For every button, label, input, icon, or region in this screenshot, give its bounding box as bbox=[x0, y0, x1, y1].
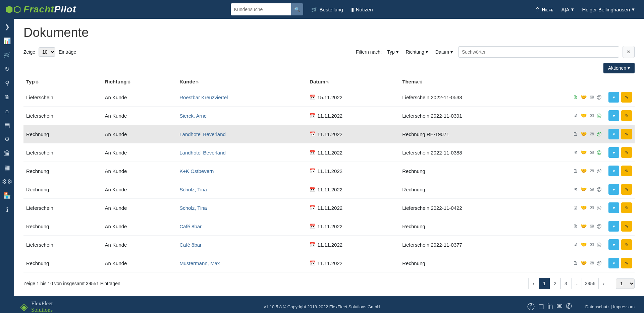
document-icon[interactable]: 🗎 bbox=[2, 92, 12, 102]
page-size-select[interactable]: 10 bbox=[39, 47, 55, 57]
row-edit-button[interactable]: ✎ bbox=[621, 221, 632, 232]
refresh-icon[interactable]: ↻ bbox=[2, 64, 12, 74]
envelope-icon[interactable]: ✉ bbox=[590, 186, 594, 192]
order-link[interactable]: 🛒Bestellung bbox=[307, 4, 347, 15]
row-dropdown-button[interactable]: ▾ bbox=[608, 239, 619, 250]
expand-icon[interactable]: ❯ bbox=[2, 22, 12, 32]
col-date[interactable]: Datum⇅ bbox=[307, 75, 399, 88]
help-link[interactable]: ⇧Hilfe bbox=[531, 4, 557, 15]
cart-icon[interactable]: 🛒 bbox=[2, 50, 12, 60]
at-icon[interactable]: @ bbox=[597, 260, 602, 266]
handshake-icon[interactable]: 🤝 bbox=[581, 205, 587, 211]
handshake-icon[interactable]: 🤝 bbox=[581, 260, 587, 266]
row-dropdown-button[interactable]: ▾ bbox=[608, 92, 619, 103]
actions-dropdown[interactable]: Aktionen ▾ bbox=[603, 63, 635, 73]
download-icon[interactable]: 🗎 bbox=[573, 149, 578, 155]
privacy-link[interactable]: Datenschutz bbox=[585, 304, 609, 309]
download-icon[interactable]: 🗎 bbox=[573, 205, 578, 211]
user-menu[interactable]: Holger Bellinghausen ▾ bbox=[578, 4, 639, 15]
shop-icon[interactable]: 🏪 bbox=[2, 191, 12, 200]
envelope-icon[interactable]: ✉ bbox=[590, 113, 594, 119]
col-type[interactable]: Typ⇅ bbox=[23, 75, 102, 88]
chart-icon[interactable]: 📊 bbox=[2, 36, 12, 46]
customer-link[interactable]: Café 8bar bbox=[179, 242, 202, 248]
at-icon[interactable]: @ bbox=[597, 149, 602, 155]
customer-link[interactable]: Scholz, Tina bbox=[179, 205, 207, 211]
page-link[interactable]: 3 bbox=[560, 278, 571, 289]
mail-icon[interactable]: ✉ bbox=[556, 302, 562, 312]
gears-icon[interactable]: ⚙⚙ bbox=[2, 177, 12, 186]
page-jump-select[interactable]: 1 bbox=[616, 278, 635, 289]
at-icon[interactable]: @ bbox=[597, 186, 602, 192]
customer-link[interactable]: Landhotel Beverland bbox=[179, 150, 226, 155]
page-link[interactable]: 2 bbox=[550, 278, 560, 289]
handshake-icon[interactable]: 🤝 bbox=[581, 149, 587, 155]
page-next[interactable]: › bbox=[598, 278, 609, 289]
download-icon[interactable]: 🗎 bbox=[573, 113, 578, 119]
customer-link[interactable]: Sierck, Arne bbox=[179, 113, 207, 119]
handshake-icon[interactable]: 🤝 bbox=[581, 94, 587, 100]
instagram-icon[interactable]: ◻ bbox=[538, 302, 544, 312]
row-edit-button[interactable]: ✎ bbox=[621, 92, 632, 103]
envelope-icon[interactable]: ✉ bbox=[590, 149, 594, 155]
envelope-icon[interactable]: ✉ bbox=[590, 205, 594, 211]
calendar-icon[interactable]: ▤ bbox=[2, 121, 12, 130]
filter-direction[interactable]: Richtung ▾ bbox=[404, 48, 430, 56]
language-toggle[interactable]: A|A ▾ bbox=[557, 4, 578, 15]
envelope-icon[interactable]: ✉ bbox=[590, 168, 594, 174]
at-icon[interactable]: @ bbox=[597, 242, 602, 248]
row-edit-button[interactable]: ✎ bbox=[621, 110, 632, 121]
customer-link[interactable]: K+K Ostbevern bbox=[179, 168, 214, 174]
row-dropdown-button[interactable]: ▾ bbox=[608, 184, 619, 195]
download-icon[interactable]: 🗎 bbox=[573, 186, 578, 192]
at-icon[interactable]: @ bbox=[597, 94, 602, 100]
row-dropdown-button[interactable]: ▾ bbox=[608, 110, 619, 121]
row-dropdown-button[interactable]: ▾ bbox=[608, 221, 619, 232]
download-icon[interactable]: 🗎 bbox=[573, 131, 578, 137]
row-dropdown-button[interactable]: ▾ bbox=[608, 258, 619, 268]
row-dropdown-button[interactable]: ▾ bbox=[608, 166, 619, 176]
gear-icon[interactable]: ⚙ bbox=[2, 135, 12, 144]
col-direction[interactable]: Richtung⇅ bbox=[102, 75, 177, 88]
envelope-icon[interactable]: ✉ bbox=[590, 94, 594, 100]
handshake-icon[interactable]: 🤝 bbox=[581, 242, 587, 248]
handshake-icon[interactable]: 🤝 bbox=[581, 131, 587, 137]
page-link[interactable]: 1 bbox=[539, 278, 550, 289]
envelope-icon[interactable]: ✉ bbox=[590, 260, 594, 266]
page-link[interactable]: 3956 bbox=[582, 278, 598, 289]
download-icon[interactable]: 🗎 bbox=[573, 242, 578, 248]
linkedin-icon[interactable]: in bbox=[547, 302, 553, 312]
home-icon[interactable]: ⌂ bbox=[2, 107, 12, 116]
route-icon[interactable]: ⚲ bbox=[2, 78, 12, 88]
at-icon[interactable]: @ bbox=[597, 205, 602, 211]
at-icon[interactable]: @ bbox=[597, 223, 602, 229]
customer-link[interactable]: Café 8bar bbox=[179, 224, 202, 229]
at-icon[interactable]: @ bbox=[597, 168, 602, 174]
search-button[interactable]: 🔍 bbox=[291, 3, 303, 15]
phone-icon[interactable]: ✆ bbox=[566, 302, 572, 312]
filter-type[interactable]: Typ ▾ bbox=[385, 48, 400, 56]
notes-link[interactable]: ▮Notizen bbox=[347, 4, 377, 15]
row-edit-button[interactable]: ✎ bbox=[621, 258, 632, 268]
info-icon[interactable]: ℹ bbox=[2, 205, 12, 214]
row-edit-button[interactable]: ✎ bbox=[621, 239, 632, 250]
col-subject[interactable]: Thema⇅ bbox=[399, 75, 557, 88]
envelope-icon[interactable]: ✉ bbox=[590, 131, 594, 137]
handshake-icon[interactable]: 🤝 bbox=[581, 186, 587, 192]
envelope-icon[interactable]: ✉ bbox=[590, 242, 594, 248]
download-icon[interactable]: 🗎 bbox=[573, 260, 578, 266]
row-edit-button[interactable]: ✎ bbox=[621, 166, 632, 176]
row-edit-button[interactable]: ✎ bbox=[621, 184, 632, 195]
customer-link[interactable]: Landhotel Beverland bbox=[179, 131, 226, 137]
at-icon[interactable]: @ bbox=[597, 113, 602, 119]
at-icon[interactable]: @ bbox=[597, 131, 602, 137]
handshake-icon[interactable]: 🤝 bbox=[581, 223, 587, 229]
app-logo[interactable]: ⬢⬡ FrachtPilot bbox=[5, 4, 76, 15]
clear-search-button[interactable]: ✕ bbox=[623, 46, 635, 58]
page-prev[interactable]: ‹ bbox=[528, 278, 539, 289]
customer-link[interactable]: Roestbar Kreuzviertel bbox=[179, 95, 228, 100]
keyword-input[interactable] bbox=[458, 46, 619, 58]
download-icon[interactable]: 🗎 bbox=[573, 223, 578, 229]
row-edit-button[interactable]: ✎ bbox=[621, 202, 632, 213]
filter-date[interactable]: Datum ▾ bbox=[433, 48, 455, 56]
